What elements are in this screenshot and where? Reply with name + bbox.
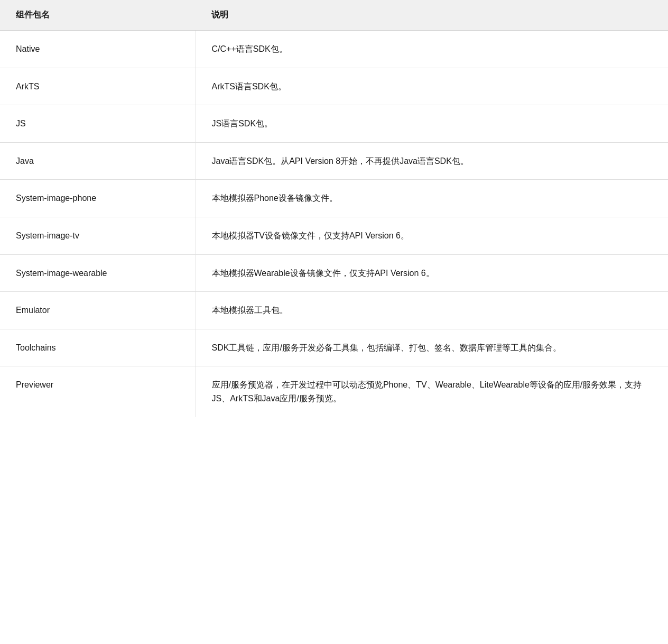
- cell-component-name: Emulator: [0, 292, 196, 329]
- cell-component-name: Previewer: [0, 366, 196, 417]
- header-name: 组件包名: [0, 0, 196, 31]
- cell-component-description: 本地模拟器Wearable设备镜像文件，仅支持API Version 6。: [196, 254, 668, 292]
- table-row: System-image-tv本地模拟器TV设备镜像文件，仅支持API Vers…: [0, 217, 668, 254]
- cell-component-name: JS: [0, 105, 196, 143]
- cell-component-description: 本地模拟器工具包。: [196, 292, 668, 329]
- cell-component-name: System-image-tv: [0, 217, 196, 254]
- cell-component-description: JS语言SDK包。: [196, 105, 668, 143]
- cell-component-name: Java: [0, 142, 196, 180]
- cell-component-name: System-image-phone: [0, 180, 196, 217]
- table-container: 组件包名 说明 NativeC/C++语言SDK包。ArkTSArkTS语言SD…: [0, 0, 668, 644]
- header-description: 说明: [196, 0, 668, 31]
- component-table: 组件包名 说明 NativeC/C++语言SDK包。ArkTSArkTS语言SD…: [0, 0, 668, 417]
- cell-component-description: 本地模拟器Phone设备镜像文件。: [196, 180, 668, 217]
- table-header-row: 组件包名 说明: [0, 0, 668, 31]
- cell-component-name: Native: [0, 31, 196, 68]
- cell-component-description: Java语言SDK包。从API Version 8开始，不再提供Java语言SD…: [196, 142, 668, 180]
- cell-component-description: ArkTS语言SDK包。: [196, 68, 668, 105]
- table-row: JavaJava语言SDK包。从API Version 8开始，不再提供Java…: [0, 142, 668, 180]
- cell-component-name: System-image-wearable: [0, 254, 196, 292]
- table-row: Previewer应用/服务预览器，在开发过程中可以动态预览Phone、TV、W…: [0, 366, 668, 417]
- table-row: ToolchainsSDK工具链，应用/服务开发必备工具集，包括编译、打包、签名…: [0, 329, 668, 366]
- table-row: Emulator本地模拟器工具包。: [0, 292, 668, 329]
- table-row: ArkTSArkTS语言SDK包。: [0, 68, 668, 105]
- table-row: JSJS语言SDK包。: [0, 105, 668, 143]
- cell-component-description: 应用/服务预览器，在开发过程中可以动态预览Phone、TV、Wearable、L…: [196, 366, 668, 417]
- table-row: NativeC/C++语言SDK包。: [0, 31, 668, 68]
- cell-component-description: C/C++语言SDK包。: [196, 31, 668, 68]
- cell-component-description: SDK工具链，应用/服务开发必备工具集，包括编译、打包、签名、数据库管理等工具的…: [196, 329, 668, 366]
- cell-component-name: Toolchains: [0, 329, 196, 366]
- cell-component-description: 本地模拟器TV设备镜像文件，仅支持API Version 6。: [196, 217, 668, 254]
- cell-component-name: ArkTS: [0, 68, 196, 105]
- table-row: System-image-wearable本地模拟器Wearable设备镜像文件…: [0, 254, 668, 292]
- table-row: System-image-phone本地模拟器Phone设备镜像文件。: [0, 180, 668, 217]
